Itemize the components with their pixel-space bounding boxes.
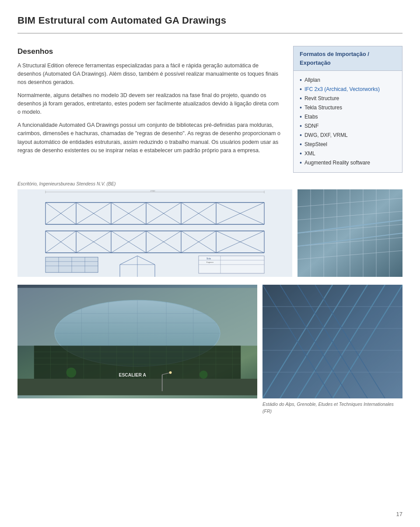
stadium-svg: ESCALIER A: [18, 285, 257, 398]
svg-rect-104: [18, 379, 257, 395]
arch3-image-block: Estádio do Alps, Grenoble, Etudes et Tec…: [262, 285, 402, 415]
drawing-svg: Scia Engineer 27500: [18, 189, 292, 277]
right-column: Formatos de Importação / Exportação Allp…: [293, 46, 402, 173]
formats-box: Formatos de Importação / Exportação Allp…: [293, 46, 402, 173]
svg-text:Scia: Scia: [206, 257, 211, 260]
format-item: Allplan: [300, 75, 396, 84]
format-item: StepSteel: [300, 140, 396, 149]
arch3-svg: [262, 285, 402, 398]
format-item: Tekla Structures: [300, 103, 396, 112]
section-title: Desenhos: [18, 46, 283, 57]
arch1-image: [298, 189, 402, 277]
svg-text:ESCALIER A: ESCALIER A: [119, 373, 146, 377]
paragraph-1: A Structural Edition oferece ferramentas…: [18, 62, 283, 87]
left-column: Desenhos A Structural Edition oferece fe…: [18, 46, 283, 173]
svg-text:27500: 27500: [150, 190, 155, 192]
stadium-image: ESCALIER A: [18, 285, 257, 398]
drawing-image-block: Escritório, Ingenieursbureau Stendess N.…: [18, 181, 292, 277]
format-item: Revit Structure: [300, 94, 396, 103]
main-layout: Desenhos A Structural Edition oferece fe…: [18, 46, 402, 173]
arch1-caption: [298, 181, 402, 188]
svg-point-106: [200, 370, 208, 379]
images-row-bottom: ESCALIER A: [18, 285, 402, 415]
page-number: 17: [396, 510, 402, 519]
images-row-top: Escritório, Ingenieursbureau Stendess N.…: [18, 181, 402, 277]
arch1-svg: [298, 189, 402, 277]
drawing-image: Scia Engineer 27500: [18, 189, 292, 277]
svg-text:Engineer: Engineer: [206, 261, 214, 263]
format-item: XML: [300, 149, 396, 158]
format-item: SDNF: [300, 121, 396, 130]
page-title: BIM Estrutural com Automated GA Drawings: [18, 13, 402, 28]
page-header: BIM Estrutural com Automated GA Drawings: [18, 13, 402, 34]
svg-point-110: [169, 371, 172, 374]
format-item: Etabs: [300, 112, 396, 121]
svg-rect-125: [262, 285, 402, 398]
drawing-caption: Escritório, Ingenieursbureau Stendess N.…: [18, 181, 292, 188]
formats-list: AllplanIFC 2x3 (Archicad, Vectorworks)Re…: [300, 75, 396, 167]
formats-title: Formatos de Importação / Exportação: [294, 46, 402, 71]
arch1-image-block: [298, 181, 402, 277]
arch3-image: [262, 285, 402, 398]
stadium-image-block: ESCALIER A: [18, 285, 257, 415]
paragraph-2: Normalmente, alguns detalhes no modelo 3…: [18, 91, 283, 117]
paragraph-3: A funcionalidade Automated GA Drawings p…: [18, 121, 283, 155]
svg-point-105: [66, 367, 76, 377]
format-item: DWG, DXF, VRML: [300, 130, 396, 140]
format-item: Augmented Reality software: [300, 158, 396, 167]
format-item: IFC 2x3 (Archicad, Vectorworks): [300, 84, 396, 94]
arch3-caption: Estádio do Alps, Grenoble, Etudes et Tec…: [262, 401, 402, 415]
